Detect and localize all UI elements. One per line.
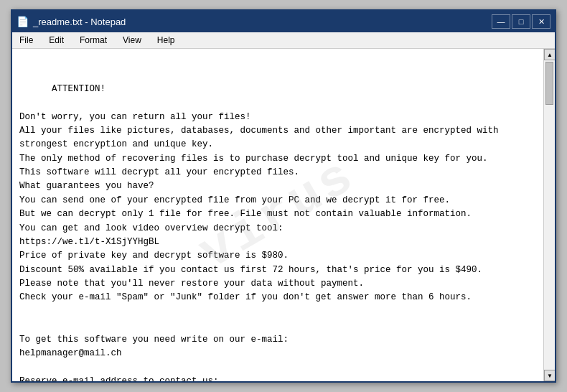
menu-item-file[interactable]: File <box>15 34 37 47</box>
scroll-thumb[interactable] <box>545 62 553 105</box>
title-bar-buttons: — □ ✕ <box>492 14 550 29</box>
title-bar-left: 📄 _readme.txt - Notepad <box>17 16 126 27</box>
scroll-track[interactable] <box>544 60 555 370</box>
text-editor[interactable]: virus ATTENTION! Don't worry, you can re… <box>12 49 543 381</box>
notepad-window: 📄 _readme.txt - Notepad — □ ✕ FileEditFo… <box>11 9 556 383</box>
note-text: ATTENTION! Don't worry, you can return a… <box>19 84 499 381</box>
maximize-button[interactable]: □ <box>512 14 530 29</box>
minimize-button[interactable]: — <box>492 14 510 29</box>
content-area: virus ATTENTION! Don't worry, you can re… <box>12 49 555 381</box>
menu-item-help[interactable]: Help <box>153 34 179 47</box>
scroll-up-button[interactable]: ▲ <box>544 49 555 60</box>
menu-bar: FileEditFormatViewHelp <box>12 32 555 49</box>
window-icon: 📄 <box>17 16 29 27</box>
scroll-down-button[interactable]: ▼ <box>544 370 555 381</box>
scrollbar[interactable]: ▲ ▼ <box>543 49 555 381</box>
menu-item-view[interactable]: View <box>118 34 146 47</box>
window-title: _readme.txt - Notepad <box>33 17 126 27</box>
menu-item-format[interactable]: Format <box>75 34 111 47</box>
title-bar: 📄 _readme.txt - Notepad — □ ✕ <box>12 11 555 32</box>
menu-item-edit[interactable]: Edit <box>44 34 68 47</box>
close-button[interactable]: ✕ <box>532 14 550 29</box>
